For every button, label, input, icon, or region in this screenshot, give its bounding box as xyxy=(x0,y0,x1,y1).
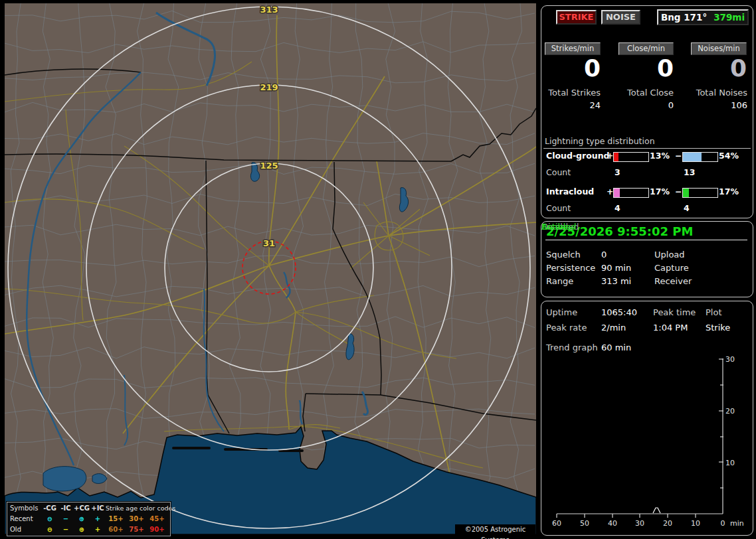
map-graphic: 313 219 125 31 xyxy=(5,3,536,534)
legend-header-row: Symbols -CG -IC +CG +IC Strike age color… xyxy=(7,502,170,513)
x-tick-10: 10 xyxy=(691,519,700,528)
cg-count-label: Count xyxy=(546,167,571,177)
cg-minus-sign: − xyxy=(675,151,682,161)
recent-neg-cg-icon: ⊖ xyxy=(42,515,58,522)
upload-label: Upload xyxy=(654,250,685,260)
x-tick-40: 40 xyxy=(608,519,617,528)
cg-plus-count: 3 xyxy=(614,167,620,177)
receiver-status: Enabled xyxy=(541,222,577,232)
strike-mode-button[interactable]: STRIKE xyxy=(556,10,597,25)
cg-plus-bar xyxy=(613,152,649,162)
receiver-label: Receiver xyxy=(654,276,692,286)
age-90: 90+ xyxy=(147,526,167,533)
noise-mode-button[interactable]: NOISE xyxy=(601,10,640,25)
x-axis-ticks xyxy=(557,514,696,518)
ic-plus-bar-fill xyxy=(614,189,620,197)
cloud-ground-label: Cloud-ground xyxy=(546,151,610,161)
ic-plus-sign: + xyxy=(607,187,613,196)
age-45: 45+ xyxy=(147,515,167,522)
cg-minus-bar xyxy=(682,152,718,162)
trend-graph: 30 20 10 60 50 40 30 20 10 0 min xyxy=(541,301,751,534)
legend-ncg-header: -CG xyxy=(42,504,58,512)
capture-label: Capture xyxy=(654,263,689,273)
legend-age-title: Strike age color codes xyxy=(106,504,170,512)
ring-label-125: 125 xyxy=(260,161,278,171)
legend-recent-label: Recent xyxy=(7,515,42,522)
ic-minus-sign: − xyxy=(675,187,682,196)
intracloud-label: Intracloud xyxy=(546,187,594,196)
symbol-legend: Symbols -CG -IC +CG +IC Strike age color… xyxy=(7,502,171,536)
ring-label-219: 219 xyxy=(260,82,278,92)
ic-plus-pct: 17% xyxy=(650,187,670,196)
legend-symbols-header: Symbols xyxy=(7,504,42,512)
range-value: 313 mi xyxy=(601,276,631,286)
trend-panel: Uptime 1065:40 Peak time Plot Peak rate … xyxy=(541,301,753,536)
x-tick-50: 50 xyxy=(580,519,589,528)
noises-per-min-value: 0 xyxy=(691,55,747,82)
ring-label-313: 313 xyxy=(260,5,278,15)
ic-plus-count: 4 xyxy=(614,203,620,213)
x-tick-0: 0 xyxy=(721,519,725,528)
ic-count-label: Count xyxy=(546,203,571,213)
bearing-display: Bng 171°379mi xyxy=(657,9,749,25)
bearing-distance: 379mi xyxy=(713,12,745,23)
datetime-underline xyxy=(545,240,747,240)
recent-neg-ic-icon: − xyxy=(58,515,74,522)
range-label: Range xyxy=(546,276,573,286)
cg-minus-count: 13 xyxy=(684,167,695,177)
age-60: 60+ xyxy=(106,526,126,533)
close-per-min-label: Close/min xyxy=(618,42,674,55)
y-tick-10: 10 xyxy=(725,459,735,467)
ic-minus-bar xyxy=(682,188,718,198)
ic-minus-count: 4 xyxy=(684,203,690,213)
receiver-status-panel: 2/25/2026 9:55:02 PM Squelch 0 Upload Di… xyxy=(541,221,753,297)
recent-pos-cg-icon: ⊕ xyxy=(74,515,90,522)
legend-pic-header: +IC xyxy=(90,504,106,512)
copyright-notice: ©2005 Astrogenic Systems xyxy=(455,524,535,535)
app-window: 313 219 125 31 Symbols -CG -IC +CG +IC S… xyxy=(0,0,756,539)
strikes-per-min-value: 0 xyxy=(545,55,601,82)
trend-strike-peak xyxy=(653,508,660,513)
ic-minus-pct: 17% xyxy=(719,187,739,196)
age-15: 15+ xyxy=(106,515,126,522)
lightning-map[interactable]: 313 219 125 31 Symbols -CG -IC +CG +IC S… xyxy=(5,3,536,534)
cg-plus-pct: 13% xyxy=(650,151,670,161)
legend-recent-row: Recent ⊖ − ⊕ + 15+ 30+ 45+ xyxy=(7,513,170,524)
legend-old-row: Old ⊖ − ⊕ + 60+ 75+ 90+ xyxy=(7,524,170,534)
old-pos-ic-icon: + xyxy=(90,526,106,533)
x-tick-30: 30 xyxy=(635,519,644,528)
recent-pos-ic-icon: + xyxy=(90,515,106,522)
total-noises-label: Total Noises xyxy=(541,88,747,98)
cg-plus-bar-fill xyxy=(614,153,618,161)
noises-per-min-label: Noises/min xyxy=(691,42,747,55)
y-tick-30: 30 xyxy=(725,355,735,364)
ic-plus-bar xyxy=(613,188,649,198)
y-tick-20: 20 xyxy=(725,407,735,416)
total-noises-value: 106 xyxy=(541,100,747,110)
legend-pcg-header: +CG xyxy=(74,504,90,512)
x-tick-20: 20 xyxy=(663,519,672,528)
cg-plus-sign: + xyxy=(607,151,613,161)
strikes-per-min-label: Strikes/min xyxy=(545,42,601,55)
x-axis-unit: min xyxy=(730,519,744,528)
bearing-value: Bng 171° xyxy=(661,12,707,23)
persistence-label: Persistence xyxy=(546,263,595,273)
legend-nic-header: -IC xyxy=(58,504,74,512)
legend-old-label: Old xyxy=(7,526,42,533)
persistence-value: 90 min xyxy=(601,263,631,273)
age-75: 75+ xyxy=(126,526,147,533)
old-neg-ic-icon: − xyxy=(58,526,74,533)
ic-minus-bar-fill xyxy=(683,189,689,197)
old-neg-cg-icon: ⊖ xyxy=(42,526,58,533)
close-per-min-value: 0 xyxy=(618,55,674,82)
squelch-label: Squelch xyxy=(546,250,581,260)
squelch-value: 0 xyxy=(601,250,607,260)
x-tick-60: 60 xyxy=(552,519,561,528)
cg-minus-bar-fill xyxy=(683,153,702,161)
distribution-title: Lightning type distribution xyxy=(545,136,655,146)
age-30: 30+ xyxy=(126,515,147,522)
ring-label-31: 31 xyxy=(263,238,275,248)
old-pos-cg-icon: ⊕ xyxy=(74,526,90,533)
distribution-divider xyxy=(543,148,751,149)
cg-minus-pct: 54% xyxy=(719,151,739,161)
